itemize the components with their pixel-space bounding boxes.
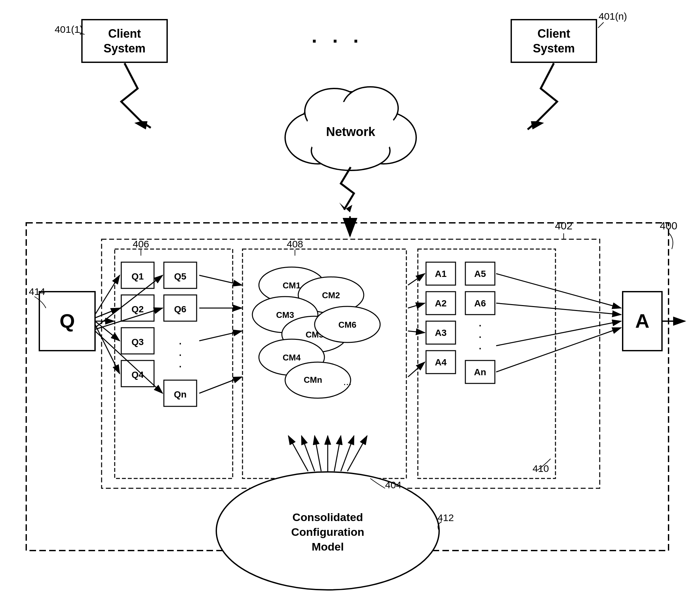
svg-text:Q3: Q3 xyxy=(131,337,144,347)
svg-text:CM4: CM4 xyxy=(283,353,301,362)
svg-text:Network: Network xyxy=(326,125,376,139)
ref-402-label: 402 xyxy=(555,220,572,232)
svg-text:System: System xyxy=(104,42,146,55)
svg-text:Client: Client xyxy=(538,27,570,40)
svg-text:System: System xyxy=(533,42,575,55)
svg-rect-3 xyxy=(82,20,167,62)
svg-text:CM1: CM1 xyxy=(283,280,301,290)
svg-text:Q: Q xyxy=(60,310,75,332)
diagram: Client System Client System . . . 401(1)… xyxy=(0,0,700,602)
svg-text:A2: A2 xyxy=(435,298,447,308)
svg-text:·: · xyxy=(478,341,482,355)
svg-rect-6 xyxy=(511,20,596,62)
svg-text:CMn: CMn xyxy=(304,375,322,385)
svg-text:Q6: Q6 xyxy=(174,304,186,314)
svg-text:A1: A1 xyxy=(435,269,447,279)
svg-text:...: ... xyxy=(343,376,351,387)
svg-text:A6: A6 xyxy=(474,298,486,308)
ref-401-1-label: 401(1) xyxy=(55,24,83,35)
ref-400-label: 400 xyxy=(660,220,677,232)
ref-414-label: 414 xyxy=(29,286,45,297)
svg-text:Consolidated: Consolidated xyxy=(292,511,363,523)
svg-text:. . .: . . . xyxy=(312,25,364,47)
ref-408-label: 408 xyxy=(287,239,303,249)
svg-text:CM3: CM3 xyxy=(276,310,294,320)
svg-text:Q1: Q1 xyxy=(131,271,144,281)
ref-412-label: 412 xyxy=(438,512,454,523)
svg-text:A5: A5 xyxy=(474,269,486,279)
svg-text:Model: Model xyxy=(312,541,344,553)
svg-text:Q5: Q5 xyxy=(174,271,186,281)
svg-text:A: A xyxy=(635,310,649,332)
svg-text:A3: A3 xyxy=(435,328,447,338)
svg-text:Q2: Q2 xyxy=(131,304,144,314)
ref-406-label: 406 xyxy=(133,239,149,249)
svg-text:CM6: CM6 xyxy=(339,320,356,330)
svg-text:An: An xyxy=(474,367,486,377)
ref-410-label: 410 xyxy=(532,463,549,474)
ref-404-label: 404 xyxy=(385,479,401,490)
svg-text:CM2: CM2 xyxy=(322,290,340,300)
svg-text:Client: Client xyxy=(108,27,141,40)
svg-text:Configuration: Configuration xyxy=(291,526,365,538)
ref-401-n-label: 401(n) xyxy=(599,11,627,22)
svg-text:Qn: Qn xyxy=(174,389,187,400)
svg-text:·: · xyxy=(178,358,182,373)
svg-text:A4: A4 xyxy=(435,357,447,367)
